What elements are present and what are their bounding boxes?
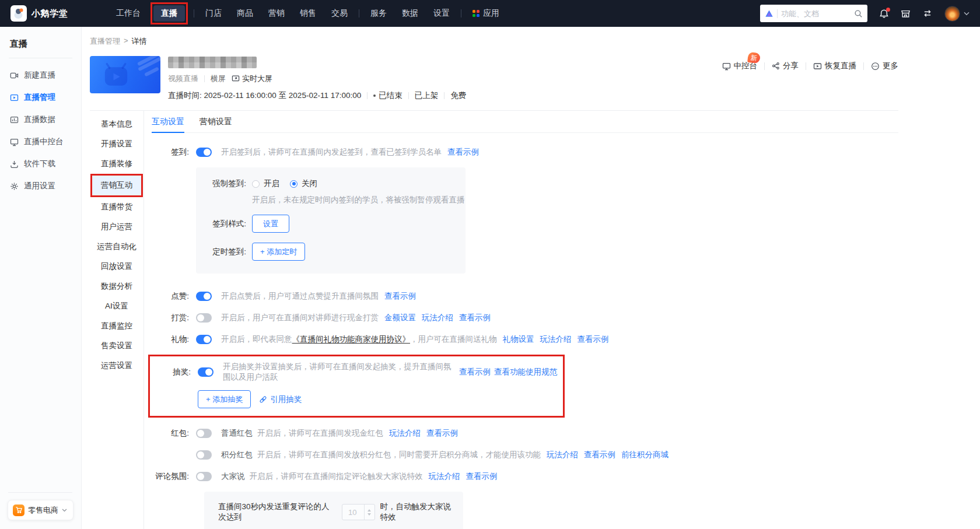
nav-service[interactable]: 服务 bbox=[363, 5, 394, 22]
threshold-input[interactable]: 10 bbox=[342, 504, 374, 520]
add-timed-signin-button[interactable]: + 添加定时 bbox=[252, 243, 305, 261]
number-stepper[interactable] bbox=[364, 505, 374, 520]
nav-divider bbox=[461, 9, 461, 17]
view-example-link[interactable]: 查看示例 bbox=[459, 367, 491, 377]
menu-broadcast-settings[interactable]: 开播设置 bbox=[93, 134, 141, 154]
view-example-link[interactable]: 查看示例 bbox=[466, 471, 498, 482]
signin-style-setting-button[interactable]: 设置 bbox=[252, 215, 289, 233]
gift-toggle[interactable] bbox=[196, 335, 212, 344]
user-menu[interactable] bbox=[944, 6, 970, 22]
breadcrumb-parent[interactable]: 直播管理 bbox=[90, 36, 120, 47]
sidebar-item-new-live[interactable]: 新建直播 bbox=[0, 64, 81, 86]
live-manage-icon bbox=[10, 93, 19, 102]
nav-sales[interactable]: 销售 bbox=[292, 5, 324, 22]
view-example-link[interactable]: 查看示例 bbox=[459, 313, 491, 323]
view-example-link[interactable]: 查看示例 bbox=[578, 334, 609, 345]
avatar[interactable] bbox=[944, 6, 960, 22]
view-usage-spec-link[interactable]: 查看功能使用规范 bbox=[494, 367, 557, 377]
menu-sale-settings[interactable]: 售卖设置 bbox=[93, 336, 141, 356]
force-signin-off-radio[interactable] bbox=[290, 180, 298, 188]
nav-trade[interactable]: 交易 bbox=[324, 5, 355, 22]
sidebar: 直播 新建直播 直播管理 直播数据 直播中控台 软件下载 通用设置 bbox=[0, 27, 82, 529]
like-toggle[interactable] bbox=[196, 292, 212, 301]
nav-goods[interactable]: 商品 bbox=[229, 5, 261, 22]
comment-ambience-row: 评论氛围: 大家说 开启后，讲师可在直播间指定评论触发大家说特效 玩法介绍 查看… bbox=[152, 470, 898, 483]
tab-marketing-settings[interactable]: 营销设置 bbox=[200, 111, 232, 132]
sidebar-item-live-manage[interactable]: 直播管理 bbox=[0, 86, 81, 108]
force-signin-on-radio[interactable] bbox=[252, 180, 260, 188]
console-icon bbox=[10, 138, 19, 146]
brand-logo-icon bbox=[10, 5, 27, 22]
signin-toggle[interactable] bbox=[196, 148, 212, 157]
reward-toggle[interactable] bbox=[196, 313, 212, 323]
gameplay-intro-link[interactable]: 玩法介绍 bbox=[540, 334, 572, 345]
stepper-up-icon[interactable] bbox=[368, 509, 371, 512]
menu-live-decoration[interactable]: 直播装修 bbox=[93, 154, 141, 174]
nav-marketing[interactable]: 营销 bbox=[261, 5, 292, 22]
search-icon[interactable] bbox=[854, 9, 863, 18]
breadcrumb-current: 详情 bbox=[132, 36, 147, 47]
nav-live[interactable]: 直播 bbox=[153, 5, 185, 22]
everyone-say-toggle[interactable] bbox=[196, 472, 212, 481]
switch-account-icon[interactable] bbox=[922, 9, 933, 18]
like-desc: 开启点赞后，用户可通过点赞提升直播间氛围 bbox=[221, 291, 379, 302]
stepper-down-icon[interactable] bbox=[368, 513, 371, 516]
share-button[interactable]: 分享 bbox=[772, 61, 799, 71]
brand-name: 小鹅学堂 bbox=[32, 8, 68, 19]
menu-ai-settings[interactable]: AI设置 bbox=[93, 296, 141, 316]
go-points-mall-link[interactable]: 前往积分商城 bbox=[621, 450, 668, 460]
menu-marketing-interaction[interactable]: 营销互动 bbox=[92, 176, 141, 195]
more-button[interactable]: 更多 bbox=[871, 61, 898, 71]
sidebar-item-live-data[interactable]: 直播数据 bbox=[0, 108, 81, 131]
sidebar-item-live-console[interactable]: 直播中控台 bbox=[0, 131, 81, 153]
menu-replay-settings[interactable]: 回放设置 bbox=[93, 257, 141, 276]
view-example-link[interactable]: 查看示例 bbox=[384, 291, 416, 302]
nav-apps[interactable]: 应用 bbox=[465, 5, 507, 22]
signin-label: 签到: bbox=[152, 147, 189, 157]
gift-setting-link[interactable]: 礼物设置 bbox=[503, 334, 534, 345]
big-screen-icon bbox=[232, 75, 240, 83]
menu-operation-settings[interactable]: 运营设置 bbox=[93, 356, 141, 376]
menu-operation-automation[interactable]: 运营自动化 bbox=[93, 237, 141, 257]
menu-user-operation[interactable]: 用户运营 bbox=[93, 217, 141, 237]
menu-live-monitor[interactable]: 直播监控 bbox=[93, 316, 141, 336]
amount-setting-link[interactable]: 金额设置 bbox=[384, 313, 416, 323]
gameplay-intro-link[interactable]: 玩法介绍 bbox=[547, 450, 578, 460]
points-redpacket-toggle[interactable] bbox=[196, 450, 212, 460]
menu-live-commerce[interactable]: 直播带货 bbox=[93, 197, 141, 217]
download-icon bbox=[10, 160, 19, 169]
notification-bell-icon[interactable] bbox=[879, 9, 889, 19]
breadcrumb: 直播管理 > 详情 bbox=[90, 36, 898, 47]
nav-data[interactable]: 数据 bbox=[394, 5, 426, 22]
console-button[interactable]: 中控台 新 bbox=[722, 61, 758, 71]
tab-interaction-settings[interactable]: 互动设置 bbox=[152, 111, 184, 132]
big-screen-link[interactable]: 实时大屏 bbox=[232, 73, 272, 84]
settings-content: 互动设置 营销设置 签到: 开启签到后，讲师可在直播间内发起签到，查看已签到学员… bbox=[144, 111, 898, 529]
points-redpacket-name: 积分红包 bbox=[221, 450, 253, 460]
add-lottery-button[interactable]: + 添加抽奖 bbox=[198, 390, 251, 408]
nav-store[interactable]: 门店 bbox=[198, 5, 229, 22]
resume-live-button[interactable]: 恢复直播 bbox=[813, 61, 856, 71]
gameplay-intro-link[interactable]: 玩法介绍 bbox=[389, 428, 421, 439]
gameplay-intro-link[interactable]: 玩法介绍 bbox=[429, 471, 460, 482]
menu-data-analysis[interactable]: 数据分析 bbox=[93, 276, 141, 296]
view-example-link[interactable]: 查看示例 bbox=[447, 147, 479, 157]
gameplay-intro-link[interactable]: 玩法介绍 bbox=[422, 313, 453, 323]
divider bbox=[863, 62, 864, 70]
search-box[interactable] bbox=[760, 5, 867, 22]
shop-switcher[interactable]: 零售电商 bbox=[8, 500, 74, 520]
view-example-link[interactable]: 查看示例 bbox=[584, 450, 615, 460]
lottery-toggle[interactable] bbox=[198, 367, 214, 377]
sidebar-item-general-settings[interactable]: 通用设置 bbox=[0, 175, 81, 197]
shop-icon[interactable] bbox=[901, 9, 911, 19]
view-example-link[interactable]: 查看示例 bbox=[426, 428, 458, 439]
sidebar-item-software-download[interactable]: 软件下载 bbox=[0, 153, 81, 175]
gift-agreement-link[interactable]: 《直播间礼物功能商家使用协议》 bbox=[292, 334, 411, 345]
price-tag: 免费 bbox=[450, 90, 466, 101]
nav-workbench[interactable]: 工作台 bbox=[108, 5, 148, 22]
cite-lottery-link[interactable]: 引用抽奖 bbox=[259, 394, 302, 405]
search-input[interactable] bbox=[781, 9, 850, 18]
normal-redpacket-toggle[interactable] bbox=[196, 429, 212, 438]
nav-settings[interactable]: 设置 bbox=[426, 5, 457, 22]
menu-basic-info[interactable]: 基本信息 bbox=[93, 114, 141, 134]
